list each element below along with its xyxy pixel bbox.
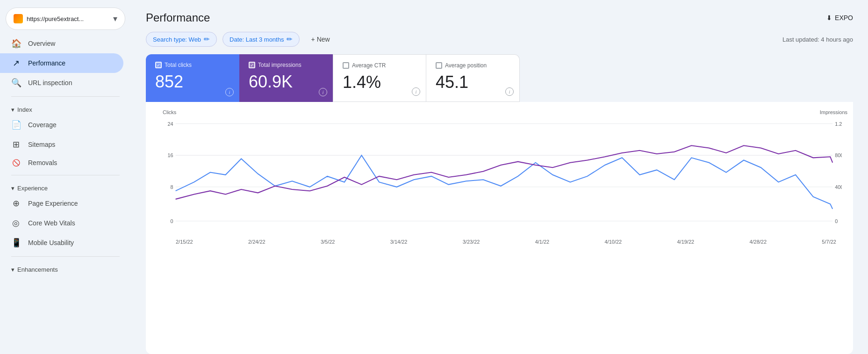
removals-icon: 🚫 bbox=[11, 159, 21, 166]
site-favicon-icon bbox=[14, 14, 23, 23]
sidebar-item-sitemaps-label: Sitemaps bbox=[28, 141, 55, 148]
total-impressions-value: 60.9K bbox=[249, 72, 323, 92]
sidebar-item-core-web-vitals-label: Core Web Vitals bbox=[28, 219, 75, 227]
sidebar-item-overview[interactable]: 🏠 Overview bbox=[0, 34, 123, 53]
x-axis-labels: 2/15/22 2/24/22 3/5/22 3/14/22 3/23/22 4… bbox=[157, 237, 842, 245]
section-index-arrow: ▾ bbox=[11, 106, 14, 113]
sidebar-item-sitemaps[interactable]: ⊞ Sitemaps bbox=[0, 135, 123, 154]
mobile-usability-icon: 📱 bbox=[11, 238, 21, 248]
sidebar-item-removals-label: Removals bbox=[28, 159, 57, 166]
export-label: EXPO bbox=[835, 14, 853, 22]
x-label-4: 3/23/22 bbox=[463, 239, 480, 245]
svg-text:0: 0 bbox=[835, 218, 838, 224]
home-icon: 🏠 bbox=[11, 38, 21, 49]
svg-text:0: 0 bbox=[171, 218, 173, 224]
average-position-value: 45.1 bbox=[436, 72, 510, 92]
chevron-down-icon: ▾ bbox=[113, 14, 117, 24]
svg-text:16: 16 bbox=[168, 152, 173, 158]
info-icon-position: i bbox=[505, 87, 514, 96]
search-type-label: Search type: Web bbox=[153, 36, 201, 43]
new-label: New bbox=[317, 36, 330, 43]
export-button[interactable]: ⬇ EXPO bbox=[826, 14, 853, 22]
sidebar-item-page-experience[interactable]: ⊕ Page Experience bbox=[0, 194, 123, 213]
sidebar-item-url-inspection[interactable]: 🔍 URL inspection bbox=[0, 73, 123, 93]
divider-3 bbox=[11, 256, 120, 257]
average-position-checkbox bbox=[436, 62, 442, 69]
trending-up-icon: ↗ bbox=[11, 58, 21, 68]
sidebar-item-overview-label: Overview bbox=[28, 40, 55, 47]
page-experience-icon: ⊕ bbox=[11, 198, 21, 209]
last-updated: Last updated: 4 hours ago bbox=[782, 36, 853, 43]
search-type-filter[interactable]: Search type: Web ✏ bbox=[146, 32, 217, 47]
metric-average-ctr[interactable]: Average CTR 1.4% i bbox=[333, 54, 426, 102]
section-experience: ▾ Experience bbox=[0, 179, 131, 194]
section-index: ▾ Index bbox=[0, 101, 131, 115]
svg-text:8: 8 bbox=[171, 184, 173, 190]
metric-total-impressions[interactable]: ✓ Total impressions 60.9K i bbox=[239, 54, 333, 102]
sidebar-item-core-web-vitals[interactable]: ◎ Core Web Vitals bbox=[0, 213, 123, 233]
total-impressions-label: ✓ Total impressions bbox=[249, 62, 323, 68]
total-clicks-value: 852 bbox=[155, 72, 230, 92]
total-clicks-label: ✓ Total clicks bbox=[155, 62, 230, 68]
site-url: https://pure5extract... bbox=[27, 15, 109, 22]
average-ctr-value: 1.4% bbox=[343, 72, 416, 92]
divider-1 bbox=[11, 96, 120, 97]
x-label-1: 2/24/22 bbox=[248, 239, 265, 245]
y-axis-right-title: Impressions bbox=[820, 109, 847, 115]
x-label-3: 3/14/22 bbox=[390, 239, 408, 245]
metric-total-clicks[interactable]: ✓ Total clicks 852 i bbox=[146, 54, 239, 102]
date-filter[interactable]: Date: Last 3 months ✏ bbox=[222, 32, 300, 47]
info-icon-clicks: i bbox=[225, 88, 234, 96]
main-content: Performance ⬇ EXPO Search type: Web ✏ Da… bbox=[131, 0, 868, 354]
section-experience-arrow: ▾ bbox=[11, 185, 14, 192]
sidebar-item-coverage[interactable]: 📄 Coverage bbox=[0, 115, 123, 135]
metrics-row: ✓ Total clicks 852 i ✓ Total impressions… bbox=[131, 54, 868, 102]
edit-icon: ✏ bbox=[204, 35, 210, 43]
sidebar-item-performance[interactable]: ↗ Performance bbox=[0, 53, 123, 73]
sidebar-item-mobile-usability-label: Mobile Usability bbox=[28, 239, 74, 246]
metric-average-position[interactable]: Average position 45.1 i bbox=[426, 54, 520, 102]
x-label-7: 4/19/22 bbox=[677, 239, 694, 245]
info-icon-ctr: i bbox=[412, 87, 420, 96]
page-header: Performance ⬇ EXPO bbox=[131, 0, 868, 32]
svg-text:800: 800 bbox=[835, 152, 842, 158]
x-label-2: 3/5/22 bbox=[321, 239, 335, 245]
svg-text:400: 400 bbox=[835, 184, 842, 190]
new-filter-button[interactable]: + New bbox=[305, 33, 335, 46]
page-title: Performance bbox=[146, 11, 210, 24]
x-label-9: 5/7/22 bbox=[822, 239, 836, 245]
search-icon: 🔍 bbox=[11, 78, 21, 88]
sidebar-item-mobile-usability[interactable]: 📱 Mobile Usability bbox=[0, 233, 123, 253]
section-enhancements-arrow: ▾ bbox=[11, 266, 14, 273]
sidebar-item-coverage-label: Coverage bbox=[28, 121, 57, 129]
y-axis-left-title: Clicks bbox=[163, 109, 176, 115]
average-ctr-label: Average CTR bbox=[343, 62, 416, 69]
total-impressions-checkbox: ✓ bbox=[249, 62, 255, 68]
sitemaps-icon: ⊞ bbox=[11, 139, 21, 150]
average-ctr-checkbox bbox=[343, 62, 349, 69]
info-icon-impressions: i bbox=[319, 88, 327, 96]
edit-icon-date: ✏ bbox=[287, 35, 293, 43]
performance-chart: 24 16 8 0 1.2K 800 400 0 bbox=[157, 119, 842, 236]
x-label-6: 4/10/22 bbox=[605, 239, 622, 245]
sidebar-item-performance-label: Performance bbox=[28, 59, 65, 67]
filter-bar: Search type: Web ✏ Date: Last 3 months ✏… bbox=[131, 32, 868, 54]
site-selector[interactable]: https://pure5extract... ▾ bbox=[6, 7, 125, 30]
core-web-vitals-icon: ◎ bbox=[11, 218, 21, 228]
svg-text:24: 24 bbox=[168, 121, 173, 126]
average-position-label: Average position bbox=[436, 62, 510, 69]
sidebar: https://pure5extract... ▾ 🏠 Overview ↗ P… bbox=[0, 0, 131, 354]
svg-text:1.2K: 1.2K bbox=[835, 121, 842, 126]
total-clicks-checkbox: ✓ bbox=[155, 62, 162, 68]
date-label: Date: Last 3 months bbox=[230, 36, 284, 43]
chart-area: Clicks Impressions 24 16 8 0 1.2K 800 40… bbox=[146, 102, 853, 354]
export-icon: ⬇ bbox=[826, 14, 832, 22]
x-label-8: 4/28/22 bbox=[749, 239, 767, 245]
x-label-0: 2/15/22 bbox=[176, 239, 193, 245]
section-enhancements: ▾ Enhancements bbox=[0, 260, 131, 275]
coverage-icon: 📄 bbox=[11, 120, 21, 130]
sidebar-item-url-label: URL inspection bbox=[28, 79, 72, 87]
sidebar-item-removals[interactable]: 🚫 Removals bbox=[0, 154, 123, 171]
divider-2 bbox=[11, 175, 120, 175]
sidebar-item-page-experience-label: Page Experience bbox=[28, 200, 78, 207]
